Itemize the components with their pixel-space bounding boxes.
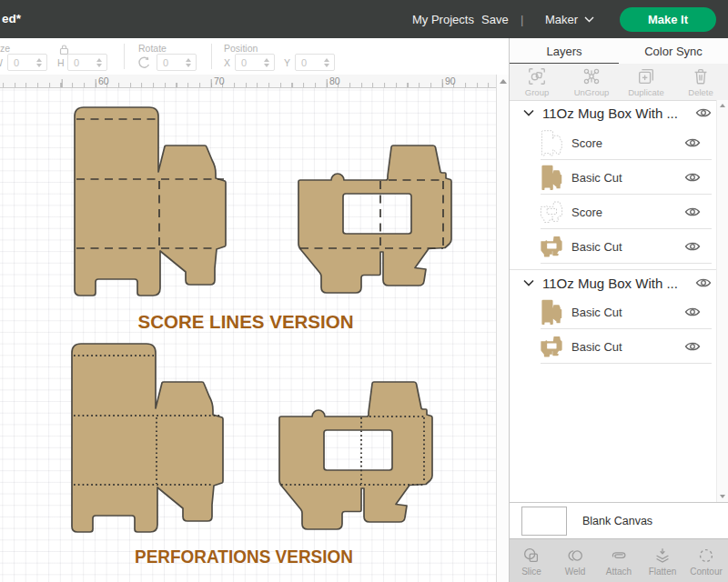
layer-group-title: 11Oz Mug Box With ...	[542, 105, 695, 121]
eye-visibility-icon[interactable]	[684, 137, 701, 148]
delete-button[interactable]: Delete	[673, 64, 728, 100]
eye-visibility-icon[interactable]	[684, 206, 701, 217]
layers-scrollbar[interactable]	[716, 100, 728, 502]
ruler-tick-label: 80	[329, 75, 340, 86]
eye-visibility-icon[interactable]	[684, 306, 701, 317]
width-label-partial: W	[0, 57, 3, 68]
layer-row-basic-cut[interactable]: Basic Cut	[510, 229, 717, 264]
ruler-tick-label: 70	[214, 75, 225, 86]
score-thumbnail	[540, 129, 563, 156]
height-input[interactable]: 0	[67, 54, 107, 71]
group-icon	[527, 66, 547, 86]
layer-actions-bar: Group UnGroup	[510, 64, 728, 101]
layer-tools-bar: Slice Weld Attach	[510, 538, 728, 582]
scroll-up-arrow-icon[interactable]	[500, 79, 507, 84]
position-y-label: Y	[284, 57, 290, 68]
basic-cut-thumbnail	[540, 164, 563, 191]
eye-visibility-icon[interactable]	[695, 277, 712, 288]
blank-canvas-row[interactable]: Blank Canvas	[510, 502, 728, 539]
canvas-vertical-scrollbar[interactable]	[496, 75, 509, 582]
slice-button[interactable]: Slice	[510, 539, 553, 582]
make-it-button[interactable]: Make It	[620, 7, 716, 32]
layer-row-basic-cut[interactable]: Basic Cut	[510, 295, 717, 329]
eye-visibility-icon[interactable]	[684, 172, 701, 183]
blank-canvas-label: Blank Canvas	[582, 515, 652, 527]
weld-button[interactable]: Weld	[553, 539, 597, 582]
edit-toolbar: ze W 0 H 0 Rotate 0 Position X 0	[0, 38, 509, 75]
toolbar-divider	[211, 44, 212, 69]
chevron-down-icon[interactable]	[523, 109, 534, 116]
layer-group-header[interactable]: 11Oz Mug Box With ...	[510, 100, 728, 125]
eye-visibility-icon[interactable]	[684, 341, 701, 352]
paperclip-icon	[609, 546, 629, 566]
basic-cut-thumbnail	[540, 233, 563, 260]
position-x-label: X	[224, 57, 230, 68]
app-window: ed* My Projects Save | Maker Make It ze …	[0, 0, 728, 582]
slice-icon	[521, 546, 541, 566]
group-button[interactable]: Group	[510, 64, 564, 100]
layer-row-basic-cut[interactable]: Basic Cut	[510, 160, 717, 195]
contour-icon	[696, 546, 716, 566]
position-y-input[interactable]: 0	[295, 54, 335, 71]
basic-cut-thumbnail	[540, 333, 563, 360]
chevron-down-icon[interactable]	[523, 279, 534, 286]
width-stepper[interactable]	[34, 58, 46, 67]
layer-group-title: 11Oz Mug Box With ...	[542, 276, 695, 291]
panel-tabs: Layers Color Sync	[510, 38, 728, 65]
nav-divider: |	[521, 0, 523, 38]
ungroup-button[interactable]: UnGroup	[564, 64, 619, 100]
scroll-down-arrow-icon[interactable]	[720, 495, 725, 498]
height-label: H	[57, 57, 65, 68]
size-label-partial: ze	[0, 43, 10, 54]
flatten-icon	[652, 546, 672, 566]
trash-icon	[691, 66, 711, 86]
duplicate-button[interactable]: Duplicate	[619, 64, 673, 100]
flatten-button[interactable]: Flatten	[641, 539, 684, 582]
machine-select-dropdown[interactable]: Maker	[545, 0, 594, 38]
canvas-color-swatch[interactable]	[521, 507, 567, 536]
tab-layers[interactable]: Layers	[510, 38, 619, 64]
ruler-tick-label: 60	[98, 75, 109, 86]
toolbar-divider	[124, 44, 125, 69]
scroll-up-arrow-icon[interactable]	[720, 104, 725, 107]
my-projects-link[interactable]: My Projects	[412, 0, 474, 38]
rotate-label: Rotate	[138, 43, 167, 54]
duplicate-icon	[636, 66, 656, 86]
contour-button[interactable]: Contour	[684, 539, 728, 582]
rotate-input[interactable]: 0	[157, 54, 197, 71]
eye-visibility-icon[interactable]	[684, 241, 701, 252]
save-link[interactable]: Save	[481, 0, 509, 38]
layer-row-basic-cut[interactable]: Basic Cut	[510, 329, 717, 364]
position-x-input[interactable]: 0	[235, 54, 275, 71]
machine-select-label: Maker	[545, 13, 578, 26]
layer-row-score[interactable]: Score	[510, 195, 717, 229]
rotate-stepper[interactable]	[183, 58, 196, 67]
position-x-stepper[interactable]	[261, 58, 274, 67]
top-header-bar: ed* My Projects Save | Maker Make It	[0, 0, 728, 38]
ungroup-icon	[581, 66, 602, 86]
attach-button[interactable]: Attach	[597, 539, 641, 582]
horizontal-ruler: 60 70 80 90	[0, 75, 496, 88]
position-label: Position	[224, 43, 258, 54]
position-y-stepper[interactable]	[321, 58, 334, 67]
layer-row-score[interactable]: Score	[510, 125, 717, 160]
rotate-icon[interactable]	[136, 55, 151, 69]
ruler-tick-label: 90	[445, 75, 456, 86]
basic-cut-thumbnail	[540, 298, 563, 326]
tab-color-sync[interactable]: Color Sync	[619, 38, 728, 64]
width-input[interactable]: 0	[7, 54, 47, 71]
score-thumbnail	[540, 198, 563, 226]
eye-visibility-icon[interactable]	[695, 107, 712, 118]
chevron-down-icon	[584, 16, 594, 23]
design-canvas[interactable]	[0, 88, 496, 582]
layers-panel: Layers Color Sync Group	[509, 38, 728, 582]
weld-icon	[565, 546, 585, 566]
height-stepper[interactable]	[94, 58, 106, 67]
layer-group-header[interactable]: 11Oz Mug Box With ...	[510, 269, 728, 296]
project-title: ed*	[2, 12, 21, 25]
